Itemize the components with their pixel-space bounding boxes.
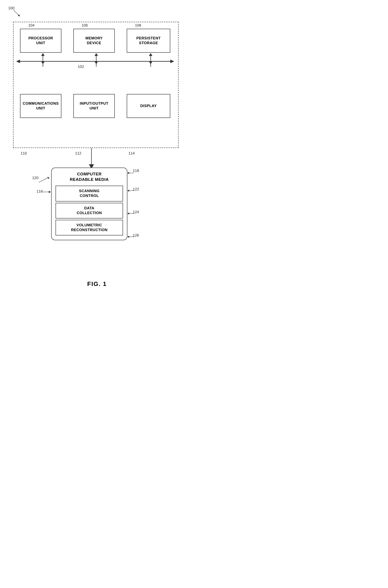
ref-112-label: 112	[75, 151, 81, 156]
display-box: DISPLAY	[127, 94, 170, 118]
svg-marker-4	[170, 60, 174, 63]
svg-marker-26	[127, 190, 129, 192]
processor-unit-box: PROCESSOR UNIT	[20, 29, 61, 53]
ref-120-arrow	[39, 176, 52, 183]
ref-122-arrow	[127, 189, 134, 192]
crm-title: COMPUTER READABLE MEDIA	[52, 168, 127, 184]
persistent-storage-box: PERSISTENT STORAGE	[127, 29, 170, 53]
svg-line-0	[14, 10, 19, 15]
ref-116-label: 116	[37, 189, 43, 194]
svg-marker-6	[41, 53, 45, 56]
ref-124-arrow	[127, 212, 134, 215]
main-dashed-box: 102 PROCESSOR UNIT MEMORY DEVICE PERSIST…	[13, 22, 179, 148]
svg-marker-10	[95, 53, 98, 56]
communications-unit-box: COMMUNICATIONS UNIT	[20, 94, 61, 118]
svg-line-23	[39, 177, 48, 182]
ref-118-arrow	[127, 171, 134, 175]
svg-marker-14	[149, 53, 152, 56]
svg-marker-28	[127, 212, 129, 215]
io-to-crm-arrow	[85, 148, 98, 170]
ref-114-label: 114	[128, 151, 135, 156]
ref-116-arrow	[43, 190, 51, 194]
io-unit-box: INPUT/OUTPUT UNIT	[73, 94, 115, 118]
ref-104-label: 104	[28, 23, 34, 28]
bus-svg	[16, 53, 175, 70]
ref-108-label: 108	[135, 23, 141, 28]
ref-106-label: 106	[82, 23, 88, 28]
data-collection-box: DATA COLLECTION	[55, 203, 123, 219]
svg-marker-3	[16, 60, 20, 63]
ref-110-label: 110	[21, 151, 27, 156]
memory-device-box: MEMORY DEVICE	[73, 29, 115, 53]
volumetric-reconstruction-box: VOLUMETRIC RECONSTRUCTION	[55, 220, 123, 235]
figure-label: FIG. 1	[87, 280, 107, 288]
svg-marker-24	[48, 177, 50, 179]
ref-120-label: 120	[32, 176, 38, 180]
svg-marker-20	[49, 191, 51, 193]
crm-outer-box: COMPUTER READABLE MEDIA SCANNING CONTROL…	[51, 168, 127, 240]
ref-126-arrow	[127, 235, 134, 239]
scanning-control-box: SCANNING CONTROL	[55, 186, 123, 201]
diagram-container: 100 102 PROCESSOR UNIT MEMORY DEVICE PER…	[0, 0, 194, 294]
arrow-100-svg	[13, 9, 21, 18]
svg-marker-30	[127, 236, 129, 238]
svg-marker-22	[127, 172, 129, 174]
